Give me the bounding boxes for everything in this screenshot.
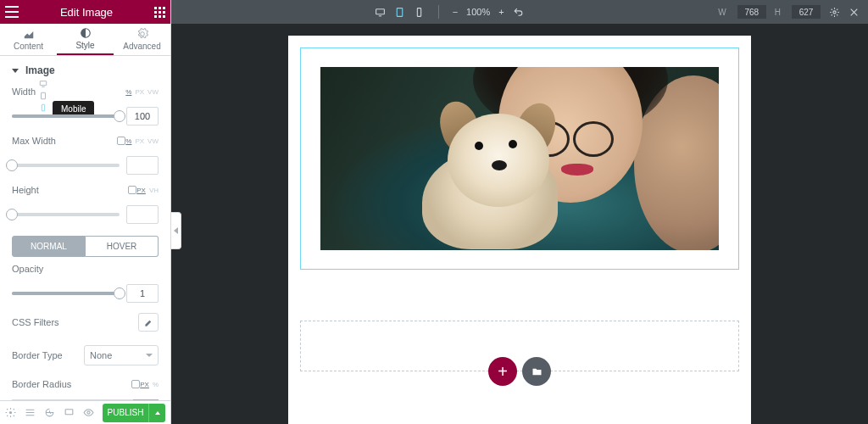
svg-rect-2	[42, 92, 46, 99]
empty-section[interactable]: +	[300, 321, 739, 371]
width-slider[interactable]	[12, 114, 120, 118]
add-section-button[interactable]: +	[488, 357, 517, 386]
panel-title: Edit Image	[60, 6, 113, 19]
image-content	[320, 67, 719, 250]
opacity-input[interactable]	[126, 284, 159, 303]
height-units[interactable]: PXVH	[136, 187, 159, 194]
maxwidth-slider[interactable]	[12, 164, 120, 167]
topbar: − 100% + W H	[171, 0, 868, 24]
bordertype-row: Border Type None	[12, 338, 159, 372]
maxwidth-row: Max Width %PXVW	[12, 129, 159, 153]
responsive-icon[interactable]	[131, 380, 140, 388]
opacity-row: Opacity	[12, 257, 159, 281]
maxwidth-units[interactable]: %PXVW	[125, 137, 159, 145]
svg-rect-3	[42, 104, 44, 111]
svg-rect-8	[397, 8, 403, 16]
svg-rect-1	[40, 81, 47, 86]
responsive-icon[interactable]	[64, 407, 75, 418]
svg-point-4	[9, 411, 12, 414]
responsive-icon[interactable]	[128, 186, 136, 194]
width-row: Width %PXVW	[12, 80, 159, 103]
navigator-icon[interactable]	[25, 407, 36, 418]
page[interactable]: +	[288, 36, 751, 424]
tablet-icon	[39, 92, 47, 100]
svg-point-10	[833, 10, 836, 13]
mobile-icon	[39, 103, 47, 112]
height-field[interactable]	[792, 5, 821, 19]
desktop-icon[interactable]	[375, 7, 386, 18]
widgets-icon[interactable]	[154, 7, 165, 18]
publish-button[interactable]: PUBLISH	[103, 404, 148, 422]
height-slider[interactable]	[12, 213, 120, 216]
zoom-out[interactable]: −	[453, 7, 458, 17]
canvas: − 100% + W H	[171, 0, 868, 424]
mobile-icon[interactable]	[414, 7, 425, 18]
radius-inputs[interactable]	[12, 399, 159, 400]
cssfilters-edit[interactable]	[138, 313, 159, 332]
responsive-icon[interactable]	[117, 137, 125, 145]
maxwidth-input[interactable]	[126, 156, 159, 175]
menu-icon[interactable]	[5, 6, 19, 18]
svg-point-6	[87, 411, 90, 414]
tab-advanced[interactable]: Advanced	[114, 24, 170, 55]
history-icon[interactable]	[44, 407, 55, 418]
panel-footer: PUBLISH	[0, 400, 170, 424]
opacity-slider[interactable]	[12, 292, 120, 295]
preview-icon[interactable]	[83, 407, 94, 418]
section-image[interactable]: Image	[12, 56, 159, 80]
borderradius-row: Border Radius PX%	[12, 372, 159, 396]
device-switcher[interactable]	[39, 80, 47, 112]
publish-options[interactable]	[148, 404, 165, 422]
settings-icon[interactable]	[5, 407, 16, 418]
svg-rect-7	[376, 8, 384, 14]
state-toggle[interactable]: NORMAL HOVER	[12, 236, 159, 257]
zoom-level: 100%	[466, 7, 490, 17]
zoom-in[interactable]: +	[498, 7, 504, 17]
state-hover: HOVER	[86, 236, 159, 257]
width-input[interactable]	[126, 107, 159, 126]
template-button[interactable]	[522, 357, 551, 386]
close-icon[interactable]	[849, 7, 860, 18]
tablet-icon[interactable]	[394, 7, 405, 18]
bordertype-select[interactable]: None	[84, 345, 159, 365]
width-field[interactable]	[737, 5, 766, 19]
controls: Image Mobile Width %PXVW Max Width %PXVW	[0, 56, 170, 400]
undo-icon[interactable]	[513, 7, 524, 18]
state-normal: NORMAL	[12, 236, 86, 257]
height-row: Height PXVH	[12, 178, 159, 202]
height-input[interactable]	[126, 205, 159, 224]
panel-tabs: Content Style Advanced	[0, 24, 170, 56]
width-units[interactable]: %PXVW	[125, 88, 159, 96]
svg-rect-5	[65, 410, 73, 415]
tab-style[interactable]: Style	[57, 24, 114, 55]
cssfilters-row: CSS Filters	[12, 306, 159, 338]
link-icon[interactable]	[133, 399, 159, 400]
stage: +	[171, 24, 868, 424]
image-widget[interactable]	[300, 47, 739, 270]
gear-icon[interactable]	[829, 7, 840, 18]
svg-rect-9	[417, 8, 420, 16]
desktop-icon	[39, 80, 47, 88]
tab-content[interactable]: Content	[0, 24, 57, 55]
panel-header: Edit Image	[0, 0, 170, 24]
editor-panel: Edit Image Content Style Advanced Image …	[0, 0, 171, 424]
collapse-panel[interactable]	[171, 212, 181, 249]
